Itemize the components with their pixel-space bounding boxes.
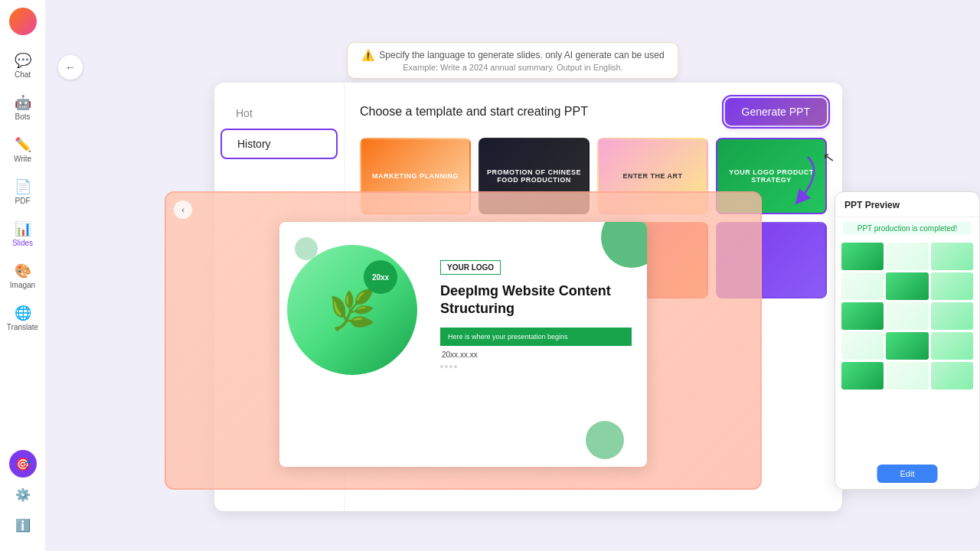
panel-header: Choose a template and start creating PPT… — [360, 98, 827, 126]
slide-subtitle: Here is where your presentation begins — [448, 333, 568, 341]
settings-button[interactable]: ⚙️ — [9, 481, 37, 508]
preview-thumb-11[interactable] — [886, 332, 928, 360]
sidebar-item-label: Slides — [12, 239, 33, 247]
template-label: YOUR LOGO PRODUCT STRATEGY — [724, 168, 819, 184]
slide-content: YOUR LOGO DeepImg Website Content Struct… — [440, 260, 632, 368]
preview-thumb-13[interactable] — [841, 362, 884, 390]
template-label: PROMOTION OF CHINESE FOOD PRODUCTION — [486, 168, 582, 184]
preview-thumb-4[interactable] — [841, 272, 884, 300]
sidebar-item-write[interactable]: ✏️ Write — [3, 130, 43, 169]
slide-image: 🌿 — [287, 245, 417, 375]
sidebar-item-label: Imagan — [10, 281, 35, 289]
generate-ppt-button[interactable]: Generate PPT — [725, 98, 828, 126]
bots-icon: 🤖 — [15, 94, 31, 111]
sidebar-item-label: PDF — [15, 197, 31, 205]
preview-thumb-15[interactable] — [931, 362, 973, 390]
sidebar-item-label: Chat — [15, 70, 31, 79]
slide-logo-area: YOUR LOGO — [440, 260, 632, 275]
template-label: MARKETING PLANNING — [372, 172, 459, 180]
sidebar-item-slides[interactable]: 📊 Slides — [3, 214, 43, 253]
ppt-preview-overlay: ‹ 🌿 20xx YOUR LOGO DeepImg — [165, 191, 762, 490]
notification-bar: ⚠️ Specify the language to generate slid… — [347, 42, 678, 79]
dot-4 — [454, 365, 457, 368]
slide-date: 20xx.xx.xx — [440, 350, 632, 359]
write-icon: ✏️ — [15, 136, 31, 153]
dot-1 — [440, 365, 443, 368]
preview-edit-button[interactable]: Edit — [877, 465, 938, 483]
preview-thumb-6[interactable] — [931, 272, 973, 300]
slide-area: 🌿 20xx YOUR LOGO DeepImg Website Content… — [166, 193, 760, 488]
pdf-icon: 📄 — [15, 178, 31, 195]
overlay-back-button[interactable]: ‹ — [174, 201, 192, 219]
info-button[interactable]: ℹ️ — [9, 511, 37, 539]
dot-2 — [445, 365, 448, 368]
notification-line2: Example: Write a 2024 annual summary. Ou… — [403, 63, 623, 72]
chat-icon: 💬 — [15, 52, 31, 69]
ppt-slide: 🌿 20xx YOUR LOGO DeepImg Website Content… — [279, 222, 647, 467]
sidebar-item-label: Bots — [15, 112, 30, 121]
imagan-icon: 🎨 — [15, 262, 31, 279]
target-button[interactable]: 🎯 — [9, 450, 37, 478]
warning-icon: ⚠️ — [361, 49, 374, 61]
ppt-preview-panel: PPT Preview PPT production is completed!… — [835, 191, 980, 490]
preview-thumb-2[interactable] — [886, 243, 928, 270]
slide-logo: YOUR LOGO — [440, 260, 501, 275]
notification-line1: ⚠️ Specify the language to generate slid… — [361, 49, 664, 61]
sidebar-item-imagan[interactable]: 🎨 Imagan — [3, 256, 43, 295]
template-label: Enter The Art — [622, 172, 682, 180]
sidebar-item-pdf[interactable]: 📄 PDF — [3, 172, 43, 211]
slide-subtitle-bar: Here is where your presentation begins >… — [440, 328, 632, 346]
preview-panel-title: PPT Preview — [835, 192, 979, 217]
sidebar-item-chat[interactable]: 💬 Chat — [3, 46, 43, 85]
preview-status: PPT production is completed! — [843, 222, 972, 235]
slide-decoration-circle-br — [586, 421, 624, 459]
panel-title: Choose a template and start creating PPT — [360, 105, 588, 119]
preview-thumb-1[interactable] — [841, 243, 884, 270]
sidebar-item-label: Translate — [7, 323, 38, 331]
sidebar-item-translate[interactable]: 🌐 Translate — [3, 298, 43, 337]
preview-thumb-7[interactable] — [841, 302, 884, 330]
translate-icon: 🌐 — [15, 305, 31, 321]
sidebar-item-bots[interactable]: 🤖 Bots — [3, 88, 43, 127]
slide-year-badge: 20xx — [364, 260, 397, 294]
preview-thumb-12[interactable] — [931, 332, 973, 360]
dot-3 — [449, 365, 452, 368]
slide-flower-image: 🌿 — [287, 245, 417, 375]
sidebar: 💬 Chat 🤖 Bots ✏️ Write 📄 PDF 📊 Slides 🎨 … — [0, 0, 46, 551]
slide-main-title: DeepImg Website Content Structuring — [440, 282, 632, 317]
tab-history[interactable]: History — [220, 129, 338, 159]
preview-thumb-9[interactable] — [931, 302, 973, 330]
sidebar-bottom: 🎯 ⚙️ ℹ️ — [9, 450, 37, 551]
sidebar-item-label: Write — [14, 155, 31, 163]
avatar[interactable] — [9, 8, 37, 35]
slide-dots — [440, 365, 632, 368]
back-button[interactable]: ← — [58, 55, 83, 80]
preview-thumb-10[interactable] — [841, 332, 884, 360]
tab-hot[interactable]: Hot — [220, 99, 338, 127]
slide-arrows-icon: >> — [573, 331, 583, 342]
preview-thumb-5[interactable] — [886, 272, 928, 300]
preview-thumb-14[interactable] — [886, 362, 928, 390]
slides-icon: 📊 — [15, 220, 31, 237]
preview-thumbnails — [835, 240, 979, 393]
preview-thumb-3[interactable] — [931, 243, 973, 270]
preview-thumb-8[interactable] — [886, 302, 928, 330]
main-content: ← ⚠️ Specify the language to generate sl… — [46, 0, 980, 551]
